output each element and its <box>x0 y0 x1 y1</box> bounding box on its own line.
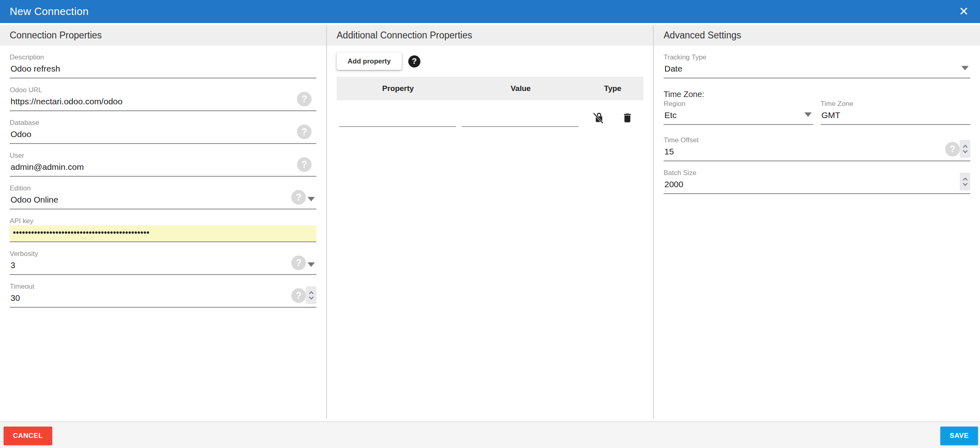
property-input[interactable] <box>339 113 456 127</box>
verbosity-field: Verbosity 3 ? <box>10 250 316 275</box>
field-label: Batch Size <box>664 169 970 177</box>
column-header-property: Property <box>337 84 459 93</box>
field-label: Verbosity <box>10 250 316 258</box>
chevron-up-icon <box>309 291 314 294</box>
timezone-input[interactable]: GMT <box>821 108 970 125</box>
edition-select[interactable]: Odoo Online <box>10 192 316 209</box>
trash-icon <box>622 112 633 124</box>
field-label: Database <box>10 119 316 127</box>
batch-size-input[interactable]: 2000 <box>664 177 970 194</box>
delete-row-button[interactable] <box>622 112 633 124</box>
chevron-down-icon <box>804 112 812 117</box>
help-icon[interactable]: ? <box>291 288 306 303</box>
region-field: Region Etc <box>664 100 813 125</box>
column-header-value: Value <box>459 84 582 93</box>
save-button[interactable]: SAVE <box>940 427 978 445</box>
time-offset-stepper[interactable] <box>960 140 970 158</box>
column-header-type: Type <box>582 84 643 93</box>
field-label: Region <box>664 100 813 108</box>
section-additional-properties: Additional Connection Properties Add pro… <box>326 25 653 418</box>
timeout-field: Timeout 30 ? <box>10 283 316 308</box>
field-label: Edition <box>10 184 316 192</box>
region-select[interactable]: Etc <box>664 108 813 125</box>
field-label: Tracking Type <box>664 53 970 61</box>
timezone-group-label: Time Zone: <box>664 90 970 99</box>
time-offset-field: Time Offset 15 ? <box>664 136 970 161</box>
add-property-button[interactable]: Add property <box>337 53 402 70</box>
time-offset-input[interactable]: 15 <box>664 144 970 161</box>
api-key-field: API key ••••••••••••••••••••••••••••••••… <box>10 217 316 242</box>
section-header: Advanced Settings <box>654 25 980 46</box>
description-input[interactable]: Odoo refresh <box>10 61 316 78</box>
user-input[interactable]: admin@admin.com <box>10 160 316 177</box>
section-header: Additional Connection Properties <box>327 25 653 46</box>
description-field: Description Odoo refresh <box>10 53 316 78</box>
user-field: User admin@admin.com ? <box>10 152 316 177</box>
dialog-titlebar: New Connection ✕ <box>0 0 980 23</box>
tracking-type-select[interactable]: Date <box>664 61 970 78</box>
help-icon[interactable]: ? <box>297 157 312 172</box>
chevron-down-icon <box>961 66 969 70</box>
lock-off-icon <box>592 112 605 124</box>
help-icon[interactable]: ? <box>297 92 312 106</box>
chevron-down-icon <box>963 150 968 153</box>
timezone-field: Time Zone GMT <box>821 100 970 125</box>
odoo-url-input[interactable]: https://nectari.odoo.com/odoo <box>10 94 316 111</box>
help-icon[interactable]: ? <box>945 142 960 156</box>
cancel-button[interactable]: CANCEL <box>4 427 52 445</box>
close-icon[interactable]: ✕ <box>957 5 970 18</box>
properties-table: Property Value Type <box>337 77 643 128</box>
field-label: Time Zone <box>821 100 970 108</box>
field-label: Odoo URL <box>10 86 316 94</box>
section-advanced-settings: Advanced Settings Tracking Type Date Tim… <box>653 25 980 418</box>
database-input[interactable]: Odoo <box>10 127 316 144</box>
dialog-title: New Connection <box>10 5 89 18</box>
help-icon[interactable]: ? <box>408 55 420 68</box>
timeout-input[interactable]: 30 <box>10 291 316 308</box>
type-toggle-button[interactable] <box>592 112 605 124</box>
api-key-input[interactable]: ••••••••••••••••••••••••••••••••••••••••… <box>10 225 316 242</box>
verbosity-select[interactable]: 3 <box>10 258 316 275</box>
chevron-down-icon <box>308 197 315 201</box>
value-input[interactable] <box>462 113 579 127</box>
edition-field: Edition Odoo Online ? <box>10 184 316 209</box>
chevron-up-icon <box>963 178 968 181</box>
field-label: User <box>10 152 316 160</box>
section-connection-properties: Connection Properties Description Odoo r… <box>0 25 326 418</box>
odoo-url-field: Odoo URL https://nectari.odoo.com/odoo ? <box>10 86 316 111</box>
database-field: Database Odoo ? <box>10 119 316 144</box>
chevron-down-icon <box>309 296 314 300</box>
field-label: Timeout <box>10 283 316 291</box>
help-icon[interactable]: ? <box>297 125 312 139</box>
chevron-down-icon <box>308 262 315 267</box>
field-label: API key <box>10 217 316 225</box>
field-label: Description <box>10 53 316 61</box>
properties-table-header: Property Value Type <box>337 77 643 100</box>
table-row <box>337 100 643 128</box>
chevron-down-icon <box>963 183 968 186</box>
chevron-up-icon <box>963 145 968 148</box>
timeout-stepper[interactable] <box>306 286 316 304</box>
tracking-type-field: Tracking Type Date <box>664 53 970 78</box>
dialog-footer: CANCEL SAVE <box>0 421 980 448</box>
help-icon[interactable]: ? <box>291 190 306 205</box>
dialog-body: Connection Properties Description Odoo r… <box>0 25 980 418</box>
batch-size-field: Batch Size 2000 <box>664 169 970 194</box>
section-header: Connection Properties <box>0 25 326 46</box>
batch-size-stepper[interactable] <box>960 173 970 190</box>
help-icon[interactable]: ? <box>291 256 306 270</box>
field-label: Time Offset <box>664 136 970 144</box>
